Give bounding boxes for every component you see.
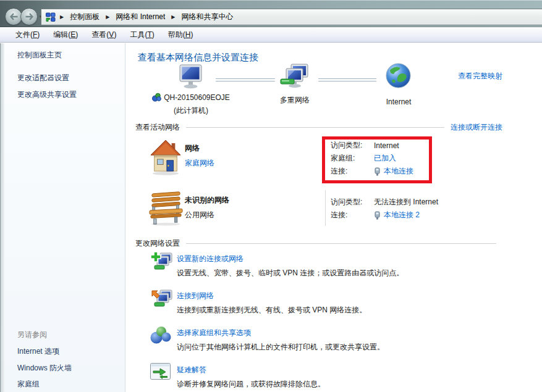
new-connection-icon[interactable] [150, 251, 173, 275]
homegroup-options-desc: 访问位于其他网络计算机上的文件和打印机，或更改共享设置。 [177, 342, 384, 352]
public-network-icon [148, 191, 184, 228]
forward-arrow-icon [25, 13, 34, 20]
this-computer-icon[interactable] [176, 64, 205, 91]
access-type-value: 无法连接到 Internet [374, 197, 438, 207]
homegroup-mini-icon [152, 93, 161, 102]
navigation-buttons: ▾ [5, 8, 45, 25]
menu-edit[interactable]: 编辑(E) [46, 28, 85, 42]
troubleshoot-icon[interactable] [150, 362, 172, 383]
address-bar[interactable]: ▶ 控制面板 ▶ 网络和 Internet ▶ 网络和共享中心 [41, 9, 542, 25]
active-networks-header: 查看活动网络 [135, 122, 180, 133]
multiple-networks-icon[interactable] [279, 64, 310, 91]
setup-new-connection-desc: 设置无线、宽带、拨号、临时或 VPN 连接；或设置路由器或访问点。 [177, 268, 404, 278]
sidebar-item-windows-firewall[interactable]: Windows 防火墙 [17, 363, 72, 373]
network2-name: 未识别的网络 [185, 195, 229, 206]
change-settings-header: 更改网络设置 [135, 238, 180, 249]
breadcrumb-network-internet[interactable]: 网络和 Internet [114, 10, 167, 23]
sidebar-item-change-adapter-settings[interactable]: 更改适配器设置 [17, 73, 69, 83]
view-full-map-link[interactable]: 查看完整映射 [458, 71, 502, 81]
troubleshoot-desc: 诊断并修复网络问题，或获得故障排除信息。 [177, 379, 325, 390]
sidebar-item-control-panel-home[interactable]: 控制面板主页 [17, 50, 62, 60]
annotation-box [322, 136, 432, 183]
section-rule [186, 243, 496, 244]
active-networks-section: 查看活动网络 连接或断开连接 [135, 122, 502, 133]
menu-help[interactable]: 帮助(H) [161, 28, 200, 42]
sidebar-item-change-advanced-sharing[interactable]: 更改高级共享设置 [17, 90, 77, 100]
network2-category: 公用网络 [185, 210, 214, 220]
network-sharing-center-icon[interactable] [45, 12, 56, 22]
menu-tools[interactable]: 工具(T) [123, 28, 161, 42]
page-title: 查看基本网络信息并设置连接 [138, 52, 258, 64]
window-titlebar: ▾ ▶ 控制面板 ▶ 网络和 Internet ▶ 网络和共享中心 [0, 0, 542, 27]
connect-to-network-desc: 连接到或重新连接到无线、有线、拨号或 VPN 网络连接。 [177, 305, 366, 315]
main-content: 查看基本网络信息并设置连接 [125, 43, 542, 392]
back-arrow-icon [9, 13, 19, 20]
breadcrumb-chevron[interactable]: ▶ [170, 14, 176, 20]
ethernet-adapter-icon [374, 211, 381, 220]
setup-new-connection-link[interactable]: 设置新的连接或网络 [177, 254, 243, 264]
access-type-label: 访问类型: [331, 197, 374, 207]
forward-button[interactable] [20, 8, 38, 25]
internet-label: Internet [378, 98, 420, 106]
breadcrumb-network-sharing-center[interactable]: 网络和共享中心 [180, 10, 235, 23]
sidebar-item-internet-options[interactable]: Internet 选项 [17, 346, 59, 357]
this-computer-note: (此计算机) [137, 106, 245, 116]
window-body: 控制面板主页 更改适配器设置 更改高级共享设置 另请参阅 Internet 选项… [0, 43, 542, 392]
sidebar: 控制面板主页 更改适配器设置 更改高级共享设置 另请参阅 Internet 选项… [4, 43, 125, 392]
window-frame-edge [0, 43, 4, 392]
menu-file[interactable]: 文件(F) [9, 28, 46, 42]
connect-disconnect-link[interactable]: 连接或断开连接 [451, 122, 502, 133]
computer-name-label: QH-20150609EOJE (此计算机) [137, 93, 245, 116]
connections-label: 连接: [331, 210, 374, 220]
homegroup-options-icon[interactable] [150, 325, 172, 348]
network2-details: 访问类型: 无法连接到 Internet 连接: 本地连接 2 [331, 196, 438, 222]
troubleshoot-link[interactable]: 疑难解答 [177, 365, 206, 375]
network1-name: 网络 [185, 143, 200, 154]
connect-to-network-icon[interactable] [150, 288, 173, 312]
menu-bar: 文件(F) 编辑(E) 查看(V) 工具(T) 帮助(H) [0, 27, 542, 43]
change-settings-section: 更改网络设置 [135, 238, 502, 249]
multiple-networks-label: 多重网络 [270, 95, 320, 106]
map-connector-line [318, 78, 376, 81]
network-sharing-center-window: ▾ ▶ 控制面板 ▶ 网络和 Internet ▶ 网络和共享中心 文件(F) … [0, 0, 542, 392]
back-button[interactable] [5, 8, 22, 25]
network1-category-link[interactable]: 家庭网络 [185, 158, 214, 169]
sidebar-item-homegroup[interactable]: 家庭组 [17, 379, 40, 390]
connect-to-network-link[interactable]: 连接到网络 [177, 291, 214, 301]
internet-globe-icon[interactable] [385, 62, 412, 91]
local-connection2-link[interactable]: 本地连接 2 [384, 210, 420, 220]
menu-view[interactable]: 查看(V) [85, 28, 123, 42]
home-network-icon [150, 139, 181, 178]
details-divider [325, 190, 326, 226]
map-connector-line [216, 78, 275, 81]
section-rule [186, 127, 444, 128]
homegroup-options-link[interactable]: 选择家庭组和共享选项 [177, 328, 251, 338]
breadcrumb-chevron[interactable]: ▶ [59, 14, 65, 20]
breadcrumb-chevron[interactable]: ▶ [104, 14, 111, 20]
see-also-header: 另请参阅 [17, 330, 47, 340]
breadcrumb-control-panel[interactable]: 控制面板 [68, 10, 101, 23]
